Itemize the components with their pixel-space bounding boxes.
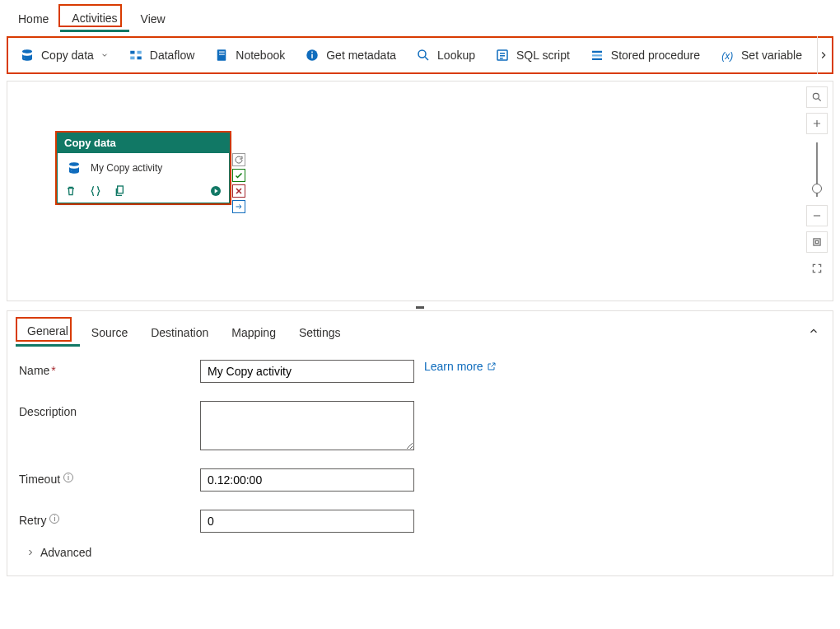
timeout-label: Timeouti [19, 468, 200, 486]
svg-rect-9 [311, 52, 313, 54]
svg-rect-19 [814, 239, 820, 245]
chevron-down-icon [100, 51, 109, 59]
description-input[interactable] [200, 401, 414, 450]
collapse-panel-button[interactable] [800, 320, 828, 344]
search-icon [416, 48, 431, 63]
svg-rect-4 [217, 49, 226, 61]
svg-point-10 [418, 50, 426, 58]
svg-rect-14 [592, 58, 602, 60]
ribbon-dataflow-label: Dataflow [150, 49, 194, 62]
run-icon[interactable] [209, 184, 222, 198]
detail-tab-general[interactable]: General [16, 318, 80, 347]
next-icon[interactable] [232, 200, 245, 213]
retry-label: Retryi [19, 510, 200, 527]
highlight-box: Copy data My Copy activity [55, 131, 231, 205]
ribbon-lookup[interactable]: Lookup [408, 43, 483, 68]
ribbon-set-variable[interactable]: (x) Set variable [712, 43, 810, 68]
delete-icon[interactable] [64, 184, 77, 198]
info-icon [305, 48, 320, 63]
name-label: Name* [19, 360, 200, 377]
svg-rect-1 [137, 51, 141, 54]
description-label: Description [19, 401, 200, 418]
dataflow-icon [128, 48, 143, 63]
error-icon[interactable] [232, 184, 245, 198]
panel-resize-handle[interactable]: ▬ [0, 301, 840, 310]
learn-more-link[interactable]: Learn more [424, 360, 497, 373]
activities-ribbon: Copy data Dataflow Notebook Get metadata… [7, 36, 833, 74]
detail-tabs: General Source Destination Mapping Setti… [12, 311, 828, 347]
ribbon-sql-script-label: SQL script [516, 49, 570, 62]
ribbon-overflow[interactable] [817, 36, 829, 74]
svg-point-18 [813, 93, 819, 99]
timeout-input[interactable] [200, 468, 414, 492]
info-icon[interactable]: i [63, 473, 73, 482]
svg-rect-2 [130, 57, 134, 60]
activity-header: Copy data [58, 133, 229, 153]
ribbon-get-metadata[interactable]: Get metadata [296, 43, 404, 68]
ribbon-stored-procedure-label: Stored procedure [611, 49, 700, 62]
tab-activities[interactable]: Activities [60, 5, 128, 32]
svg-rect-3 [137, 57, 141, 60]
properties-panel: General Source Destination Mapping Setti… [7, 310, 833, 576]
list-icon [590, 48, 604, 63]
ribbon-set-variable-label: Set variable [741, 49, 802, 62]
copy-icon[interactable] [114, 184, 127, 198]
ribbon-copy-data-label: Copy data [41, 49, 94, 62]
svg-rect-20 [815, 240, 819, 244]
ribbon-lookup-label: Lookup [437, 49, 475, 62]
ribbon-notebook[interactable]: Notebook [206, 43, 293, 68]
svg-rect-5 [219, 52, 225, 53]
zoom-in-button[interactable] [806, 113, 828, 134]
detail-tab-source[interactable]: Source [80, 319, 139, 346]
fit-button[interactable] [806, 231, 828, 253]
zoom-out-button[interactable] [806, 205, 828, 226]
sql-icon [495, 48, 510, 63]
advanced-label: Advanced [40, 546, 91, 559]
detail-tab-settings[interactable]: Settings [287, 319, 352, 346]
tab-home[interactable]: Home [7, 6, 60, 30]
ribbon-stored-procedure[interactable]: Stored procedure [581, 43, 708, 68]
activity-copy-data[interactable]: Copy data My Copy activity [57, 133, 230, 203]
advanced-toggle[interactable]: Advanced [26, 546, 821, 559]
ribbon-get-metadata-label: Get metadata [326, 49, 396, 62]
svg-text:(x): (x) [721, 50, 733, 62]
info-icon[interactable]: i [49, 514, 59, 524]
ribbon-sql-script[interactable]: SQL script [487, 43, 578, 68]
notebook-icon [214, 48, 229, 63]
svg-rect-6 [219, 54, 225, 55]
braces-icon[interactable] [89, 184, 102, 198]
ribbon-dataflow[interactable]: Dataflow [120, 43, 203, 68]
ribbon-copy-data[interactable]: Copy data [12, 43, 117, 68]
canvas-search-button[interactable] [806, 86, 828, 108]
pipeline-canvas[interactable]: Copy data My Copy activity [7, 81, 833, 301]
svg-rect-0 [130, 51, 134, 54]
svg-rect-13 [592, 54, 602, 56]
activity-name-label: My Copy activity [91, 162, 162, 174]
tab-view[interactable]: View [129, 6, 177, 30]
ribbon-notebook-label: Notebook [236, 49, 285, 62]
database-icon [20, 48, 35, 63]
svg-rect-8 [311, 54, 313, 58]
reload-icon[interactable] [232, 153, 245, 166]
tab-activities-label: Activities [72, 12, 117, 25]
detail-tab-destination[interactable]: Destination [139, 319, 220, 346]
svg-rect-12 [592, 51, 602, 53]
retry-input[interactable] [200, 510, 414, 533]
database-icon [64, 158, 84, 178]
variable-icon: (x) [720, 48, 735, 63]
detail-tab-mapping[interactable]: Mapping [220, 319, 287, 346]
svg-rect-16 [118, 186, 124, 193]
zoom-slider[interactable] [816, 142, 818, 197]
name-input[interactable] [200, 360, 414, 383]
check-icon[interactable] [232, 169, 245, 182]
fullscreen-button[interactable] [806, 258, 828, 279]
